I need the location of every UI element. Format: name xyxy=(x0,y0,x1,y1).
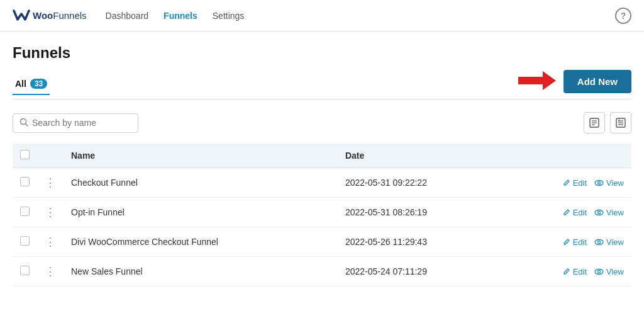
row-checkbox[interactable] xyxy=(20,207,30,216)
page-title: Funnels xyxy=(13,44,631,62)
row-actions: Edit View xyxy=(501,227,631,257)
view-icon xyxy=(594,209,604,216)
nav-settings[interactable]: Settings xyxy=(213,11,245,21)
page-content: Funnels All 33 Add New xyxy=(0,31,644,299)
tab-all-label: All xyxy=(15,79,26,89)
export-json-button[interactable] xyxy=(610,112,631,133)
row-name: New Sales Funnel xyxy=(64,257,338,287)
row-drag-handle[interactable]: ⋮ xyxy=(37,257,64,287)
tabs-row: All 33 Add New xyxy=(13,69,631,99)
top-navigation: WooFunnels Dashboard Funnels Settings ? xyxy=(0,0,644,31)
row-checkbox[interactable] xyxy=(20,177,30,186)
edit-button[interactable]: Edit xyxy=(562,208,587,217)
edit-icon xyxy=(562,208,570,217)
svg-point-16 xyxy=(598,241,601,243)
table-row: ⋮ Checkout Funnel 2022-05-31 09:22:22 Ed… xyxy=(13,168,631,198)
edit-button[interactable]: Edit xyxy=(562,267,587,276)
col-header-name: Name xyxy=(64,144,338,168)
row-checkbox[interactable] xyxy=(20,266,30,275)
search-box xyxy=(13,113,138,133)
row-name: Divi WooCommerce Checkout Funnel xyxy=(64,227,338,257)
row-drag-handle[interactable]: ⋮ xyxy=(37,198,64,227)
view-button[interactable]: View xyxy=(594,208,624,217)
row-date: 2022-05-26 11:29:43 xyxy=(338,227,501,257)
edit-icon xyxy=(562,179,570,187)
add-new-button[interactable]: Add New xyxy=(564,70,631,93)
col-header-actions xyxy=(501,144,631,168)
search-icon xyxy=(19,118,28,128)
view-icon xyxy=(594,239,604,246)
edit-button[interactable]: Edit xyxy=(562,237,587,247)
row-checkbox-cell xyxy=(13,227,37,257)
row-name: Checkout Funnel xyxy=(64,168,338,198)
view-button[interactable]: View xyxy=(594,267,624,276)
logo-text: WooFunnels xyxy=(33,10,87,21)
col-header-date: Date xyxy=(338,144,501,168)
view-icon xyxy=(594,179,604,186)
logo-icon xyxy=(13,9,30,23)
help-button[interactable]: ? xyxy=(615,8,631,24)
row-actions: Edit View xyxy=(501,168,631,198)
add-new-arrow xyxy=(518,69,556,94)
col-header-check xyxy=(13,144,37,168)
view-button[interactable]: View xyxy=(594,237,624,247)
svg-point-11 xyxy=(595,180,603,185)
row-name: Opt-in Funnel xyxy=(64,198,338,227)
svg-line-2 xyxy=(26,123,28,126)
row-date: 2022-05-31 09:22:22 xyxy=(338,168,501,198)
row-checkbox-cell xyxy=(13,198,37,227)
row-checkbox[interactable] xyxy=(20,236,30,246)
export-csv-button[interactable] xyxy=(584,112,605,133)
funnels-table: Name Date ⋮ Checkout Funnel 2022-05-31 0… xyxy=(13,144,631,287)
view-button[interactable]: View xyxy=(594,178,624,188)
table-row: ⋮ Opt-in Funnel 2022-05-31 08:26:19 Edit xyxy=(13,198,631,227)
tab-all[interactable]: All 33 xyxy=(13,74,50,95)
svg-point-14 xyxy=(598,211,601,213)
row-checkbox-cell xyxy=(13,168,37,198)
edit-icon xyxy=(562,238,570,246)
svg-point-13 xyxy=(595,210,603,215)
table-row: ⋮ New Sales Funnel 2022-05-24 07:11:29 E… xyxy=(13,257,631,287)
row-actions: Edit View xyxy=(501,198,631,227)
table-row: ⋮ Divi WooCommerce Checkout Funnel 2022-… xyxy=(13,227,631,257)
edit-button[interactable]: Edit xyxy=(562,178,587,188)
nav-links: Dashboard Funnels Settings xyxy=(106,11,615,21)
edit-icon xyxy=(562,268,570,276)
row-checkbox-cell xyxy=(13,257,37,287)
svg-point-12 xyxy=(598,181,601,184)
row-drag-handle[interactable]: ⋮ xyxy=(37,227,64,257)
search-input[interactable] xyxy=(32,118,131,128)
row-drag-handle[interactable]: ⋮ xyxy=(37,168,64,198)
view-icon xyxy=(594,268,604,275)
nav-funnels[interactable]: Funnels xyxy=(164,11,197,21)
tabs: All 33 xyxy=(13,74,60,95)
svg-point-18 xyxy=(598,270,601,273)
add-new-area: Add New xyxy=(518,69,631,99)
col-header-drag xyxy=(37,144,64,168)
select-all-checkbox[interactable] xyxy=(20,150,30,159)
table-header: Name Date xyxy=(13,144,631,168)
row-actions: Edit View xyxy=(501,257,631,287)
row-date: 2022-05-24 07:11:29 xyxy=(338,257,501,287)
export-icons xyxy=(584,112,631,133)
tab-all-badge: 33 xyxy=(30,79,47,89)
row-date: 2022-05-31 08:26:19 xyxy=(338,198,501,227)
table-body: ⋮ Checkout Funnel 2022-05-31 09:22:22 Ed… xyxy=(13,168,631,287)
svg-point-17 xyxy=(595,269,603,274)
nav-dashboard[interactable]: Dashboard xyxy=(106,11,149,21)
search-export-row xyxy=(13,112,631,133)
svg-marker-0 xyxy=(518,71,556,90)
svg-point-15 xyxy=(595,239,603,244)
logo: WooFunnels xyxy=(13,9,87,23)
